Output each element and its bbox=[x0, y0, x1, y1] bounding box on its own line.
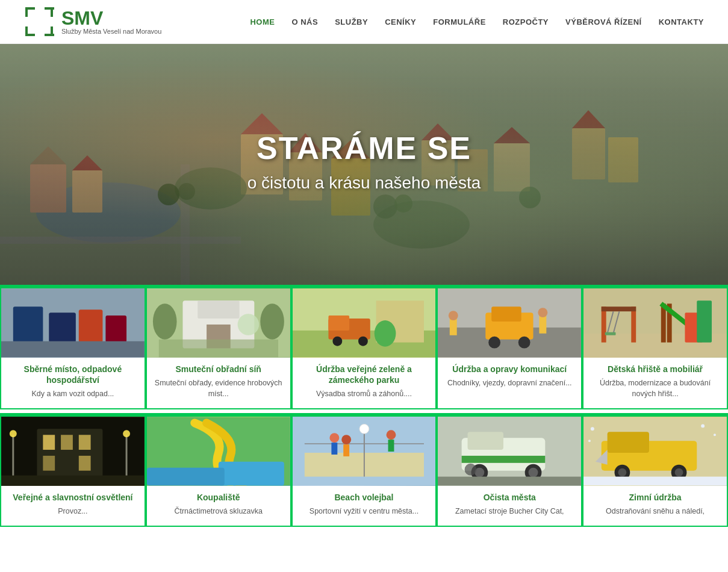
svg-point-67 bbox=[538, 308, 548, 317]
svg-point-58 bbox=[358, 337, 368, 346]
card-funeral[interactable]: Smuteční obřadní síň Smuteční obřady, ev… bbox=[146, 287, 291, 409]
svg-rect-49 bbox=[159, 340, 278, 358]
svg-rect-43 bbox=[1, 341, 145, 358]
nav-o-nas[interactable]: O NÁS bbox=[291, 17, 318, 26]
svg-point-50 bbox=[153, 303, 177, 339]
card-roads-body: Údržba a opravy komunikací Chodníky, vje… bbox=[438, 358, 581, 408]
card-pool-body: Koupaliště Čtrnáctimetrová skluzavka bbox=[147, 486, 290, 526]
card-lighting-image bbox=[1, 417, 145, 486]
nav-home[interactable]: HOME bbox=[250, 17, 275, 26]
card-clean-title: Očista města bbox=[445, 492, 574, 503]
svg-rect-97 bbox=[147, 468, 225, 486]
svg-rect-39 bbox=[13, 306, 43, 342]
card-playground-image bbox=[583, 288, 727, 358]
logo-subtitle-text: Služby Města Veselí nad Moravou bbox=[61, 28, 161, 35]
card-park-body: Údržba veřejné zeleně a zámeckého parku … bbox=[293, 358, 436, 408]
svg-rect-66 bbox=[540, 316, 547, 334]
card-volleyball-desc: Sportovní vyžití v centru města... bbox=[300, 506, 429, 517]
svg-rect-87 bbox=[79, 435, 91, 450]
svg-rect-112 bbox=[462, 456, 546, 463]
svg-rect-46 bbox=[198, 300, 239, 319]
svg-rect-7 bbox=[45, 34, 54, 36]
nav-formulare[interactable]: FORMULÁŘE bbox=[433, 17, 486, 26]
card-pool-image bbox=[147, 417, 290, 486]
svg-rect-41 bbox=[79, 309, 103, 342]
card-funeral-desc: Smuteční obřady, evidence hrobových míst… bbox=[154, 378, 283, 399]
card-lighting-desc: Provoz... bbox=[8, 506, 137, 517]
card-volleyball-body: Beach volejbal Sportovní vyžití v centru… bbox=[293, 486, 436, 526]
svg-rect-74 bbox=[602, 306, 636, 311]
svg-rect-118 bbox=[438, 476, 581, 485]
svg-rect-105 bbox=[388, 440, 394, 452]
svg-rect-82 bbox=[697, 300, 712, 342]
hero-title: STARÁME SE bbox=[247, 130, 481, 166]
svg-point-57 bbox=[332, 337, 342, 346]
logo-text-block: SMV Služby Města Veselí nad Moravou bbox=[61, 8, 161, 35]
svg-point-108 bbox=[359, 424, 369, 434]
card-volleyball-title: Beach volejbal bbox=[300, 492, 429, 503]
svg-rect-107 bbox=[343, 444, 349, 456]
svg-rect-72 bbox=[602, 306, 606, 342]
svg-point-106 bbox=[341, 435, 351, 444]
svg-point-124 bbox=[618, 468, 627, 477]
card-funeral-body: Smuteční obřadní síň Smuteční obřady, ev… bbox=[147, 358, 290, 408]
card-park-desc: Výsadba stromů a záhonů.... bbox=[300, 389, 429, 400]
card-winter-body: Zimní údržba Odstraňování sněhu a náledí… bbox=[583, 486, 727, 526]
card-pool[interactable]: Koupaliště Čtrnáctimetrová skluzavka bbox=[146, 415, 291, 527]
svg-rect-86 bbox=[61, 435, 73, 450]
header: SMV Služby Města Veselí nad Moravou HOME… bbox=[0, 0, 728, 44]
card-lighting-title: Veřejné a slavnostní osvětlení bbox=[8, 492, 137, 503]
hero-text: STARÁME SE o čistotu a krásu našeho měst… bbox=[247, 130, 481, 193]
card-volleyball[interactable]: Beach volejbal Sportovní vyžití v centru… bbox=[291, 415, 437, 527]
svg-rect-89 bbox=[79, 456, 91, 471]
svg-point-102 bbox=[329, 433, 339, 443]
card-playground-title: Dětská hřiště a mobiliář bbox=[591, 364, 720, 375]
card-lighting-body: Veřejné a slavnostní osvětlení Provoz... bbox=[1, 486, 145, 526]
card-funeral-title: Smuteční obřadní síň bbox=[154, 364, 283, 375]
svg-point-131 bbox=[588, 440, 591, 442]
nav-vyberova-rizeni[interactable]: VÝBĚROVÁ ŘÍZENÍ bbox=[565, 17, 642, 26]
card-playground[interactable]: Dětská hřiště a mobiliář Údržba, moderni… bbox=[582, 287, 728, 409]
svg-rect-73 bbox=[631, 306, 636, 342]
card-playground-desc: Údržba, modernizace a budování nových hř… bbox=[591, 378, 720, 399]
svg-point-104 bbox=[386, 430, 396, 440]
svg-point-130 bbox=[714, 434, 716, 436]
card-clean[interactable]: Očista města Zametací stroje Bucher City… bbox=[437, 415, 582, 527]
svg-point-69 bbox=[449, 311, 458, 320]
card-waste[interactable]: Sběrné místo, odpadové hospodářství Kdy … bbox=[0, 287, 146, 409]
card-winter[interactable]: Zimní údržba Odstraňování sněhu a náledí… bbox=[582, 415, 728, 527]
nav-kontakty[interactable]: KONTAKTY bbox=[659, 17, 704, 26]
logo-area: SMV Služby Města Veselí nad Moravou bbox=[24, 6, 161, 37]
svg-point-116 bbox=[529, 468, 538, 477]
main-nav: HOME O NÁS SLUŽBY CENÍKY FORMULÁŘE ROZPO… bbox=[250, 17, 704, 26]
card-roads[interactable]: Údržba a opravy komunikací Chodníky, vje… bbox=[437, 287, 582, 409]
card-roads-image bbox=[438, 288, 581, 358]
svg-rect-103 bbox=[331, 443, 337, 455]
card-winter-title: Zimní údržba bbox=[591, 492, 720, 503]
card-clean-desc: Zametací stroje Bucher City Cat, bbox=[445, 506, 574, 517]
card-park-image bbox=[293, 288, 436, 358]
svg-rect-68 bbox=[450, 319, 457, 335]
nav-ceniky[interactable]: CENÍKY bbox=[385, 17, 416, 26]
card-roads-desc: Chodníky, vjezdy, dopravní značení... bbox=[445, 378, 574, 389]
svg-point-129 bbox=[701, 424, 705, 427]
svg-rect-96 bbox=[219, 462, 284, 486]
card-winter-desc: Odstraňování sněhu a náledí, bbox=[591, 506, 720, 517]
svg-point-64 bbox=[489, 337, 501, 349]
nav-sluzby[interactable]: SLUŽBY bbox=[335, 17, 368, 26]
card-park[interactable]: Údržba veřejné zeleně a zámeckého parku … bbox=[291, 287, 437, 409]
card-waste-image bbox=[1, 288, 145, 358]
svg-rect-127 bbox=[583, 476, 727, 485]
svg-rect-56 bbox=[328, 316, 349, 331]
card-lighting[interactable]: Veřejné a slavnostní osvětlení Provoz... bbox=[0, 415, 146, 527]
svg-rect-40 bbox=[49, 312, 76, 343]
svg-rect-80 bbox=[605, 332, 616, 335]
cards-row-2: Veřejné a slavnostní osvětlení Provoz...… bbox=[0, 413, 728, 527]
card-clean-image bbox=[438, 417, 581, 486]
svg-rect-42 bbox=[105, 316, 126, 343]
card-funeral-image bbox=[147, 288, 290, 358]
card-pool-title: Koupaliště bbox=[154, 492, 283, 503]
nav-rozpocty[interactable]: ROZPOČTY bbox=[503, 17, 549, 26]
hero-section: STARÁME SE o čistotu a krásu našeho měst… bbox=[0, 44, 728, 285]
card-park-title: Údržba veřejné zeleně a zámeckého parku bbox=[300, 364, 429, 385]
